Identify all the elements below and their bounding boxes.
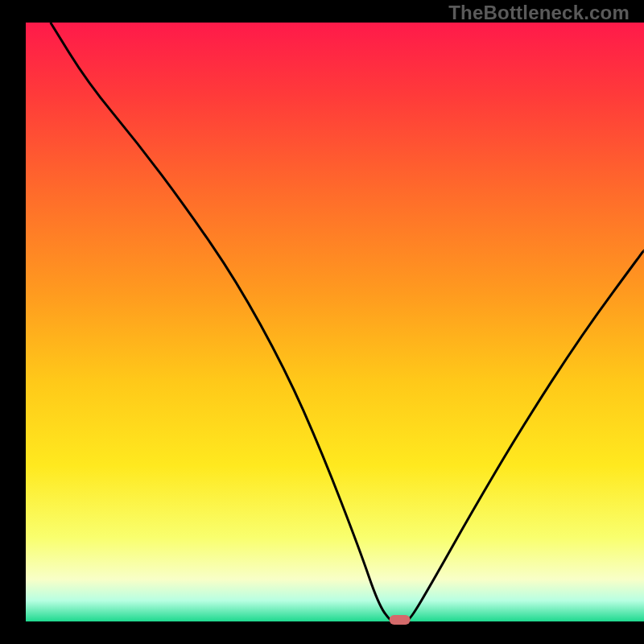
bottleneck-chart: TheBottleneck.com bbox=[0, 0, 644, 644]
chart-canvas bbox=[0, 0, 644, 644]
optimal-marker bbox=[390, 615, 411, 625]
watermark-label: TheBottleneck.com bbox=[448, 2, 630, 24]
left-border bbox=[0, 0, 26, 644]
bottom-border bbox=[0, 621, 644, 644]
gradient-background bbox=[26, 23, 644, 621]
